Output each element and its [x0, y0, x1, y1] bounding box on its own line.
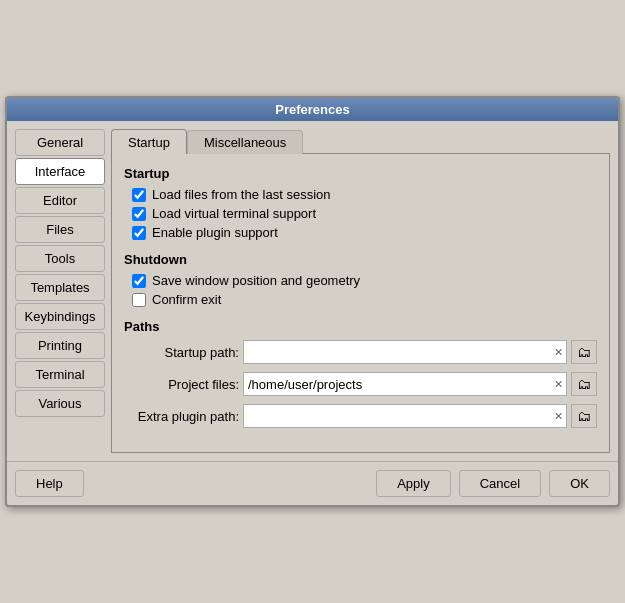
checkbox-load-vt: Load virtual terminal support — [124, 206, 597, 221]
browse-icon-3: 🗂 — [577, 408, 591, 424]
startup-path-label: Startup path: — [124, 345, 239, 360]
tab-miscellaneous[interactable]: Miscellaneous — [187, 130, 303, 154]
checkbox-load-files-label: Load files from the last session — [152, 187, 330, 202]
extra-plugin-clear-btn[interactable]: ✕ — [551, 405, 566, 427]
sidebar-item-interface[interactable]: Interface — [15, 158, 105, 185]
project-files-label: Project files: — [124, 377, 239, 392]
startup-path-input[interactable] — [244, 345, 551, 360]
checkbox-confirm-exit-label: Confirm exit — [152, 292, 221, 307]
apply-button[interactable]: Apply — [376, 470, 451, 497]
tab-startup[interactable]: Startup — [111, 129, 187, 154]
sidebar-item-terminal[interactable]: Terminal — [15, 361, 105, 388]
startup-path-clear-btn[interactable]: ✕ — [551, 341, 566, 363]
sidebar: General Interface Editor Files Tools Tem… — [15, 129, 105, 453]
project-files-clear-btn[interactable]: ✕ — [551, 373, 566, 395]
ok-button[interactable]: OK — [549, 470, 610, 497]
sidebar-item-templates[interactable]: Templates — [15, 274, 105, 301]
checkbox-save-window: Save window position and geometry — [124, 273, 597, 288]
checkbox-save-window-label: Save window position and geometry — [152, 273, 360, 288]
project-files-row: Project files: ✕ 🗂 — [124, 372, 597, 396]
paths-section-title: Paths — [124, 319, 597, 334]
extra-plugin-row: Extra plugin path: ✕ 🗂 — [124, 404, 597, 428]
title-bar: Preferences — [7, 98, 618, 121]
startup-section: Startup Load files from the last session… — [124, 166, 597, 240]
startup-section-title: Startup — [124, 166, 597, 181]
sidebar-item-tools[interactable]: Tools — [15, 245, 105, 272]
paths-section: Paths Startup path: ✕ 🗂 P — [124, 319, 597, 428]
sidebar-item-printing[interactable]: Printing — [15, 332, 105, 359]
shutdown-section-title: Shutdown — [124, 252, 597, 267]
sidebar-item-various[interactable]: Various — [15, 390, 105, 417]
window-title: Preferences — [275, 102, 349, 117]
startup-path-browse-btn[interactable]: 🗂 — [571, 340, 597, 364]
checkbox-save-window-input[interactable] — [132, 274, 146, 288]
shutdown-section: Shutdown Save window position and geomet… — [124, 252, 597, 307]
help-button[interactable]: Help — [15, 470, 84, 497]
content-area: General Interface Editor Files Tools Tem… — [7, 121, 618, 461]
bottom-bar: Help Apply Cancel OK — [7, 461, 618, 505]
project-files-browse-btn[interactable]: 🗂 — [571, 372, 597, 396]
startup-path-row: Startup path: ✕ 🗂 — [124, 340, 597, 364]
preferences-window: Preferences General Interface Editor Fil… — [5, 96, 620, 507]
extra-plugin-label: Extra plugin path: — [124, 409, 239, 424]
project-files-input[interactable] — [244, 377, 551, 392]
extra-plugin-browse-btn[interactable]: 🗂 — [571, 404, 597, 428]
sidebar-item-general[interactable]: General — [15, 129, 105, 156]
project-files-input-wrap: ✕ — [243, 372, 567, 396]
right-buttons: Apply Cancel OK — [376, 470, 610, 497]
checkbox-confirm-exit: Confirm exit — [124, 292, 597, 307]
extra-plugin-input-wrap: ✕ — [243, 404, 567, 428]
browse-icon-2: 🗂 — [577, 376, 591, 392]
tab-content: Startup Load files from the last session… — [111, 153, 610, 453]
sidebar-item-keybindings[interactable]: Keybindings — [15, 303, 105, 330]
browse-icon: 🗂 — [577, 344, 591, 360]
checkbox-load-files-input[interactable] — [132, 188, 146, 202]
cancel-button[interactable]: Cancel — [459, 470, 541, 497]
checkbox-load-vt-label: Load virtual terminal support — [152, 206, 316, 221]
checkbox-load-files: Load files from the last session — [124, 187, 597, 202]
startup-path-input-wrap: ✕ — [243, 340, 567, 364]
checkbox-enable-plugin-input[interactable] — [132, 226, 146, 240]
tab-bar: Startup Miscellaneous — [111, 129, 610, 154]
checkbox-enable-plugin-label: Enable plugin support — [152, 225, 278, 240]
checkbox-confirm-exit-input[interactable] — [132, 293, 146, 307]
sidebar-item-files[interactable]: Files — [15, 216, 105, 243]
checkbox-load-vt-input[interactable] — [132, 207, 146, 221]
checkbox-enable-plugin: Enable plugin support — [124, 225, 597, 240]
sidebar-item-editor[interactable]: Editor — [15, 187, 105, 214]
extra-plugin-input[interactable] — [244, 409, 551, 424]
main-panel: Startup Miscellaneous Startup Load files… — [111, 129, 610, 453]
